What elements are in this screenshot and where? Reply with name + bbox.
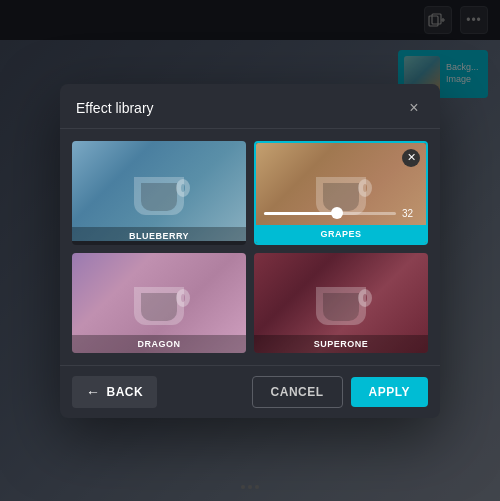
modal-title: Effect library — [76, 100, 154, 116]
cup-shape-dragon — [134, 281, 184, 325]
effect-grapes-slider-thumb[interactable] — [331, 207, 343, 219]
effect-superone-label: SUPERONE — [254, 335, 428, 353]
effect-dragon[interactable]: DRAGON — [72, 253, 246, 353]
back-arrow-icon: ← — [86, 384, 101, 400]
effect-superone[interactable]: SUPERONE — [254, 253, 428, 353]
effect-library-modal: Effect library × BLUEBERRY — [60, 84, 440, 418]
modal-header: Effect library × — [60, 84, 440, 129]
effect-grapes-slider-value: 32 — [402, 208, 418, 219]
effect-blueberry[interactable]: BLUEBERRY — [72, 141, 246, 245]
effect-grapes[interactable]: 32 ✕ GRAPES — [254, 141, 428, 245]
cup-shape-superone — [316, 281, 366, 325]
apply-button[interactable]: APPLY — [351, 377, 428, 407]
effect-grapes-slider-fill — [264, 212, 337, 215]
effect-grapes-remove-button[interactable]: ✕ — [402, 149, 420, 167]
effect-grapes-slider-container: 32 — [264, 208, 418, 219]
modal-close-button[interactable]: × — [404, 98, 424, 118]
modal-footer: ← BACK CANCEL APPLY — [60, 365, 440, 418]
effects-grid: BLUEBERRY 32 ✕ GRAPES — [60, 129, 440, 365]
effect-dragon-label: DRAGON — [72, 335, 246, 353]
effect-blueberry-thumb — [72, 141, 246, 241]
back-label: BACK — [107, 385, 144, 399]
effect-grapes-slider-track[interactable] — [264, 212, 396, 215]
effect-grapes-label: GRAPES — [256, 225, 426, 243]
cancel-button[interactable]: CANCEL — [252, 376, 343, 408]
effect-blueberry-label: BLUEBERRY — [72, 227, 246, 245]
back-button[interactable]: ← BACK — [72, 376, 157, 408]
cup-shape-blueberry — [134, 171, 184, 215]
